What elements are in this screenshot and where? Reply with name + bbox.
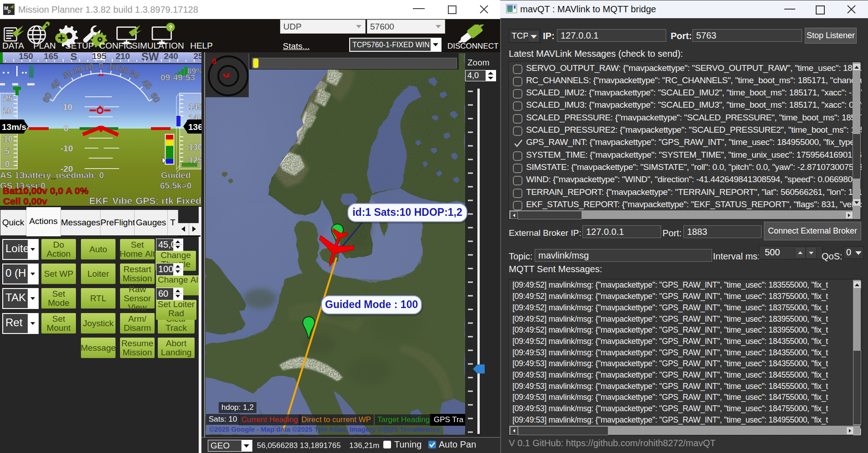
svg-text:20: 20 [3,106,12,115]
svg-text:240: 240 [164,52,178,61]
svg-text:?: ? [169,24,172,31]
svg-text:p: p [8,8,11,14]
svg-text:Cell 0,00v: Cell 0,00v [3,196,47,206]
svg-text:AS 13: AS 13 [0,170,24,180]
svg-text:EKF: EKF [89,195,108,206]
svg-text:battery_usedmah: 0: battery_usedmah: 0 [22,170,104,180]
svg-text:0: 0 [99,61,104,70]
svg-text:165: 165 [44,52,58,61]
svg-text:Vibe: Vibe [112,195,132,206]
svg-text:145: 145 [189,102,201,111]
svg-text:10: 10 [84,61,95,72]
svg-text:SW: SW [141,52,159,63]
svg-text:Guided: Guided [161,170,191,180]
svg-text:130: 130 [189,143,201,152]
svg-text:65,5k>0: 65,5k>0 [160,181,191,190]
svg-text:GPS: rtk Fixed: GPS: rtk Fixed [135,195,201,206]
svg-text:210: 210 [115,52,130,61]
svg-text:136: 136 [188,122,201,132]
svg-text:-10: -10 [60,144,73,153]
svg-text:0: 0 [212,57,216,66]
svg-text:0: 0 [5,159,10,169]
svg-text:09:49:53: 09:49:53 [161,73,195,82]
svg-text:150: 150 [19,52,33,61]
svg-text:10: 10 [4,134,13,144]
svg-text:10: 10 [107,61,118,72]
svg-text:10: 10 [63,102,72,112]
svg-text:13m/s: 13m/s [2,122,26,132]
svg-text:25: 25 [4,94,13,103]
svg-text:0: 0 [64,124,69,133]
svg-text:25: 25 [193,52,201,61]
svg-text:5: 5 [5,147,10,156]
svg-text:Bat10,00v 0,0 A 0%: Bat10,00v 0,0 A 0% [3,185,89,196]
svg-text:195: 195 [92,52,106,61]
